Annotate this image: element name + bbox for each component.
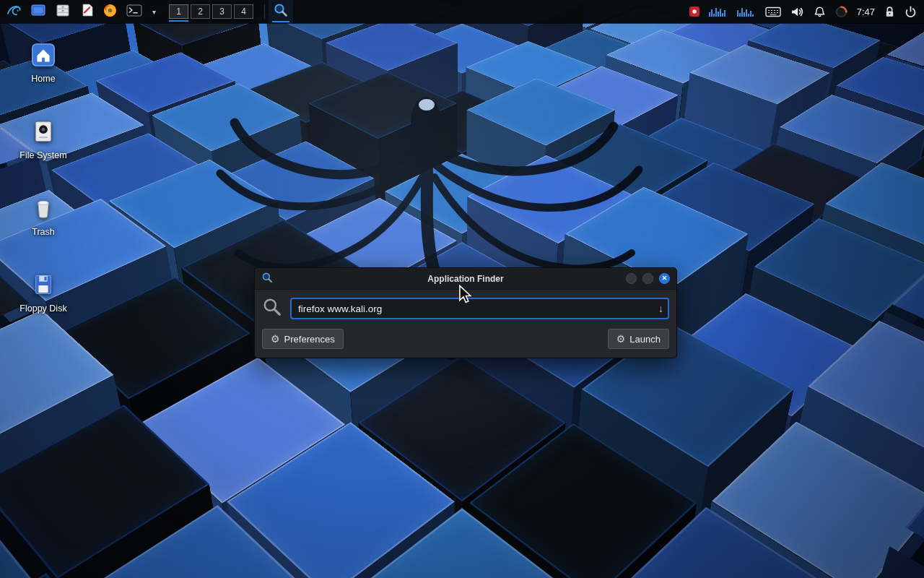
preferences-button[interactable]: ⚙ Preferences	[262, 329, 344, 349]
workspace-1[interactable]: 1	[169, 4, 188, 19]
audio-graph-icon[interactable]	[709, 7, 728, 17]
desktop-icon-label: Floppy Disk	[19, 303, 66, 314]
workspace-2[interactable]: 2	[191, 4, 210, 19]
floppy-disk-icon	[29, 270, 58, 299]
desktop-icon-floppy-disk[interactable]: Floppy Disk	[12, 270, 75, 314]
volume-icon[interactable]	[790, 7, 804, 17]
gear-icon: ⚙	[271, 334, 280, 344]
desktop-icon-label: Home	[31, 74, 55, 84]
power-session-icon[interactable]	[905, 6, 917, 18]
text-editor-launcher[interactable]	[75, 0, 98, 23]
show-desktop-button[interactable]	[26, 0, 51, 23]
preferences-button-label: Preferences	[284, 334, 335, 345]
desktop-icon-trash[interactable]: Trash	[12, 194, 75, 237]
application-finder-window: Application Finder ✕ ↓ ⚙ Preferences	[254, 267, 677, 358]
button-row: ⚙ Preferences ⚙ Launch	[262, 329, 669, 349]
minimize-button[interactable]	[626, 273, 637, 284]
chevron-down-icon: ▾	[151, 8, 157, 16]
window-title: Application Finder	[255, 274, 676, 284]
text-editor-icon	[79, 3, 94, 20]
top-panel: ▾ 1 2 3 4	[0, 0, 924, 23]
network-graph-icon[interactable]	[737, 7, 756, 17]
search-icon	[273, 2, 289, 21]
firefox-launcher[interactable]	[98, 0, 122, 23]
search-row: ↓	[262, 297, 669, 320]
window-controls: ✕	[620, 273, 670, 284]
dropdown-arrow-icon[interactable]: ↓	[658, 303, 663, 314]
home-icon	[29, 40, 58, 69]
terminal-icon	[126, 4, 142, 20]
file-manager-icon	[55, 3, 71, 20]
desktop-icon-home[interactable]: Home	[12, 40, 75, 84]
desktop-icon-file-system[interactable]: File System	[12, 117, 75, 160]
window-body: ↓ ⚙ Preferences ⚙ Launch	[255, 290, 676, 358]
desktop-icon-label: Trash	[32, 227, 55, 237]
panel-separator	[264, 4, 265, 19]
file-system-icon	[29, 117, 58, 146]
disk-usage-icon[interactable]	[835, 6, 847, 18]
window-titlebar[interactable]: Application Finder ✕	[255, 268, 676, 290]
kali-logo-icon	[4, 1, 22, 22]
launch-button[interactable]: ⚙ Launch	[608, 329, 669, 349]
search-input-wrap: ↓	[290, 298, 669, 319]
launch-icon: ⚙	[616, 334, 626, 344]
taskbar-appfinder-button[interactable]	[269, 0, 293, 23]
workspace-3[interactable]: 3	[212, 4, 232, 19]
clock[interactable]: 7:47	[857, 7, 875, 17]
window-icon	[30, 3, 46, 20]
terminal-dropdown-button[interactable]: ▾	[147, 0, 162, 23]
firefox-icon	[103, 3, 118, 21]
search-input[interactable]	[290, 298, 669, 319]
system-tray: 7:47	[689, 0, 924, 23]
recorder-icon[interactable]	[689, 7, 699, 17]
launch-button-label: Launch	[629, 334, 661, 345]
close-button[interactable]: ✕	[659, 273, 670, 284]
maximize-button[interactable]	[642, 273, 653, 284]
terminal-launcher[interactable]	[122, 0, 147, 23]
workspace-switcher: 1 2 3 4	[162, 0, 261, 23]
kali-menu-button[interactable]	[0, 0, 26, 23]
desktop-icon-column: Home File System Trash	[12, 40, 75, 314]
workspace-4[interactable]: 4	[234, 4, 253, 19]
desktop-icon-label: File System	[19, 150, 66, 160]
keyboard-layout-icon[interactable]	[765, 7, 781, 17]
notifications-bell-icon[interactable]	[814, 6, 826, 18]
magnifier-icon	[262, 297, 282, 320]
file-manager-launcher[interactable]	[51, 0, 75, 23]
trash-icon	[29, 194, 58, 223]
lock-keyring-icon[interactable]	[884, 6, 895, 18]
